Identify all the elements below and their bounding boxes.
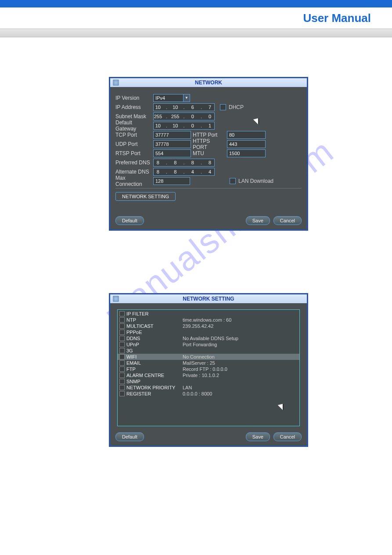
list-item[interactable]: 3G <box>118 348 299 354</box>
list-item-name: SNMP <box>126 379 183 384</box>
list-item[interactable]: MULTICAST239.255.42.42 <box>118 323 299 329</box>
cancel-button[interactable]: Cancel <box>273 432 302 441</box>
subnet-mask-label: Subnet Mask <box>115 113 153 120</box>
list-item-value: 239.255.42.42 <box>183 323 213 329</box>
list-item-value: 0.0.0.0 : 8000 <box>183 391 212 396</box>
mtu-input[interactable]: 1500 <box>227 149 266 157</box>
list-item-name: EMAIL <box>126 360 183 366</box>
list-item[interactable]: PPPoE <box>118 329 299 335</box>
network-setting-button[interactable]: NETWORK SETTING <box>115 192 176 201</box>
list-item-name: UPnP <box>126 342 183 347</box>
list-checkbox[interactable] <box>119 330 125 335</box>
alternate-dns-input[interactable]: 8. 8. 4. 4 <box>153 168 215 176</box>
ip-version-select[interactable]: IPv4 ▼ <box>153 94 190 102</box>
list-checkbox[interactable] <box>119 379 125 384</box>
rtsp-port-input[interactable]: 554 <box>153 149 191 157</box>
lan-download-checkbox[interactable] <box>230 178 236 184</box>
list-item-value: MailServer : 25 <box>183 360 215 366</box>
default-button[interactable]: Default <box>115 432 144 441</box>
list-item-value: Port Forwarding <box>183 342 217 347</box>
page-title: User Manual <box>303 11 371 25</box>
list-item-value: No Connection <box>183 354 215 359</box>
chevron-down-icon: ▼ <box>183 94 190 102</box>
list-item[interactable]: DDNSNo Available DDNS Setup <box>118 335 299 341</box>
list-checkbox[interactable] <box>119 348 125 353</box>
alternate-dns-label: Alternate DNS <box>115 169 153 175</box>
subnet-mask-input[interactable]: 255. 255. 0. 0 <box>153 112 215 120</box>
tcp-port-label: TCP Port <box>115 132 153 138</box>
tcp-port-input[interactable]: 37777 <box>153 131 191 139</box>
rtsp-port-label: RTSP Port <box>115 150 153 156</box>
list-item-value: time.windows.com : 60 <box>183 317 231 323</box>
list-checkbox[interactable] <box>119 317 125 323</box>
list-item-name: NETWORK PRIORITY <box>126 385 183 390</box>
save-button[interactable]: Save <box>246 216 270 225</box>
dialog-title-bar: NETWORK SETTING <box>110 294 307 303</box>
list-checkbox[interactable] <box>119 336 125 341</box>
list-item[interactable]: IP FILTER <box>118 311 299 317</box>
default-button[interactable]: Default <box>115 216 144 225</box>
mtu-label: MTU <box>191 150 224 156</box>
list-item-value: LAN <box>183 385 192 390</box>
ip-version-label: IP Version <box>115 95 153 101</box>
list-item-value: Record FTP : 0.0.0.0 <box>183 366 227 372</box>
list-item[interactable]: EMAILMailServer : 25 <box>118 360 299 366</box>
save-button[interactable]: Save <box>246 432 270 441</box>
network-icon <box>113 296 119 302</box>
dialog-title: NETWORK <box>195 80 222 86</box>
list-item[interactable]: WIFINo Connection <box>118 354 299 360</box>
list-item[interactable]: NTPtime.windows.com : 60 <box>118 317 299 323</box>
list-item[interactable]: SNMP <box>118 378 299 385</box>
network-dialog: NETWORK IP Version IPv4 ▼ IP Address 10.… <box>109 77 308 231</box>
list-checkbox[interactable] <box>119 373 125 378</box>
settings-list: IP FILTERNTPtime.windows.com : 60MULTICA… <box>117 309 300 426</box>
gateway-input[interactable]: 10. 10. 0. 1 <box>153 122 215 130</box>
list-item-value: No Available DDNS Setup <box>183 336 238 341</box>
list-item-name: ALARM CENTRE <box>126 373 183 378</box>
preferred-dns-label: Preferred DNS <box>115 160 153 166</box>
list-item-name: 3G <box>126 348 183 353</box>
list-checkbox[interactable] <box>119 391 125 396</box>
list-checkbox[interactable] <box>119 323 125 329</box>
list-checkbox[interactable] <box>119 385 125 390</box>
list-checkbox[interactable] <box>119 311 125 316</box>
network-setting-dialog: NETWORK SETTING IP FILTERNTPtime.windows… <box>109 293 308 447</box>
list-checkbox[interactable] <box>119 366 125 372</box>
udp-port-label: UDP Port <box>115 141 153 147</box>
list-item-name: FTP <box>126 366 183 372</box>
dialog-title-bar: NETWORK <box>110 78 307 87</box>
udp-port-input[interactable]: 37778 <box>153 140 191 148</box>
https-port-input[interactable]: 443 <box>227 140 266 148</box>
list-item-name: IP FILTER <box>126 311 183 316</box>
list-item-value: Private : 10.1.0.2 <box>183 373 219 378</box>
dhcp-checkbox[interactable] <box>220 104 226 110</box>
list-item[interactable]: REGISTER0.0.0.0 : 8000 <box>118 391 299 397</box>
dhcp-label: DHCP <box>229 104 244 110</box>
network-icon <box>113 80 119 86</box>
list-item-name: PPPoE <box>126 330 183 335</box>
gateway-label: Default Gateway <box>115 120 153 132</box>
gray-separator <box>0 29 392 37</box>
list-item-name: DDNS <box>126 336 183 341</box>
list-checkbox[interactable] <box>119 360 125 366</box>
list-item[interactable]: UPnPPort Forwarding <box>118 341 299 348</box>
divider <box>115 188 302 189</box>
ip-address-input[interactable]: 10. 10. 6. 7 <box>153 103 215 111</box>
max-connection-input[interactable]: 128 <box>153 177 190 185</box>
list-item[interactable]: FTPRecord FTP : 0.0.0.0 <box>118 366 299 372</box>
http-port-input[interactable]: 80 <box>227 131 266 139</box>
cancel-button[interactable]: Cancel <box>273 216 302 225</box>
list-item-name: REGISTER <box>126 391 183 396</box>
top-blue-bar <box>0 0 392 7</box>
list-item[interactable]: NETWORK PRIORITYLAN <box>118 385 299 391</box>
list-checkbox[interactable] <box>119 342 125 347</box>
preferred-dns-input[interactable]: 8. 8. 8. 8 <box>153 159 215 167</box>
list-checkbox[interactable] <box>119 354 125 359</box>
max-connection-label: Max Connection <box>115 175 153 187</box>
page-header: User Manual <box>0 7 392 29</box>
http-port-label: HTTP Port <box>191 132 224 138</box>
ip-address-label: IP Address <box>115 104 153 110</box>
list-item[interactable]: ALARM CENTREPrivate : 10.1.0.2 <box>118 372 299 378</box>
dialog-title: NETWORK SETTING <box>183 296 234 302</box>
https-port-label: HTTPS PORT <box>191 138 224 150</box>
